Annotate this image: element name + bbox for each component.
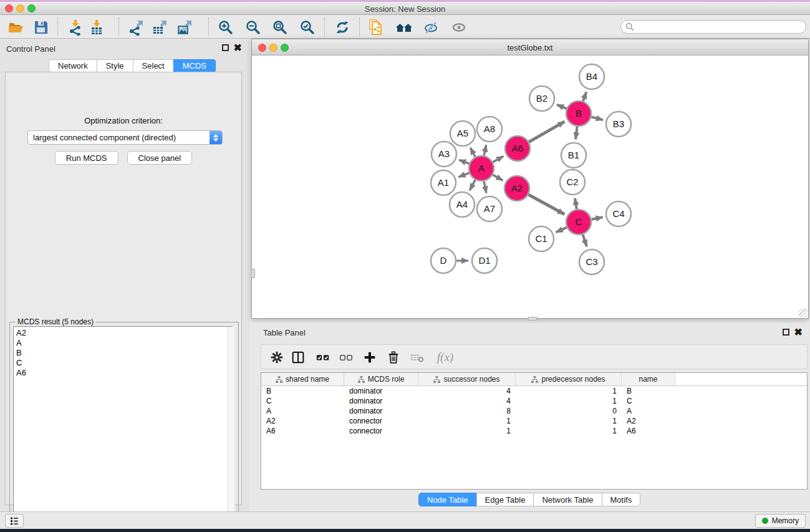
minimize-window-button[interactable] — [16, 4, 24, 12]
table-row[interactable]: Adominator80A — [261, 406, 807, 416]
select-all-button[interactable] — [314, 348, 332, 367]
close-window-button[interactable] — [5, 4, 13, 12]
graph-edge[interactable] — [484, 145, 486, 155]
export-image-button[interactable] — [175, 18, 194, 37]
show-columns-button[interactable] — [289, 348, 307, 367]
graph-node-label: B4 — [586, 71, 597, 82]
tab-network[interactable]: Network — [49, 59, 97, 72]
fx-icon: f(x) — [437, 351, 453, 364]
graph-edge[interactable] — [493, 157, 503, 162]
graph-edge[interactable] — [583, 92, 586, 101]
zoom-selected-button[interactable] — [298, 18, 317, 37]
tab-style[interactable]: Style — [97, 59, 133, 72]
save-session-button[interactable] — [32, 18, 51, 37]
create-column-button[interactable] — [360, 348, 379, 367]
home-button[interactable] — [395, 18, 413, 37]
graph-edge[interactable] — [576, 127, 577, 139]
network-canvas[interactable]: B4B2BB3A5A8A6A3B1AA1C2A2A4A7C4CC1DD1C3 — [253, 56, 808, 318]
graph-edge[interactable] — [583, 235, 587, 246]
hide-detail-button[interactable] — [422, 18, 440, 37]
graph-node-label: A5 — [457, 128, 468, 138]
tab-mcds[interactable]: MCDS — [173, 59, 216, 72]
graph-edge[interactable] — [528, 195, 564, 214]
tab-motifs[interactable]: Motifs — [602, 493, 641, 506]
network-window-titlebar[interactable]: testGlobe.txt — [252, 39, 808, 56]
mcds-result-list[interactable]: A2ABCA6 — [13, 326, 233, 526]
table-toolbar: f(x) — [261, 344, 808, 369]
table-row[interactable]: Bdominator41B — [261, 386, 807, 396]
import-network-button[interactable] — [66, 18, 85, 37]
graph-edge[interactable] — [493, 175, 503, 180]
graph-edge[interactable] — [556, 228, 567, 233]
function-builder-button[interactable]: f(x) — [433, 348, 458, 367]
export-table-button[interactable] — [150, 18, 169, 37]
zoom-out-button[interactable] — [244, 18, 263, 37]
run-mcds-button[interactable]: Run MCDS — [55, 151, 118, 165]
graph-edge[interactable] — [557, 105, 566, 109]
mcds-result-item[interactable]: B — [16, 348, 232, 358]
close-table-panel-icon[interactable]: ✖ — [794, 329, 803, 336]
zoom-fit-button[interactable] — [271, 18, 289, 37]
table-settings-button[interactable] — [268, 348, 286, 367]
search-input[interactable] — [637, 21, 806, 32]
zoom-in-button[interactable] — [216, 18, 235, 37]
optimization-criterion-select[interactable]: largest connected component (directed) — [27, 130, 223, 145]
table-cell: connector — [344, 427, 418, 435]
graph-edge[interactable] — [470, 148, 475, 157]
close-panel-icon[interactable]: ✖ — [234, 44, 242, 51]
memory-button[interactable]: Memory — [755, 514, 806, 528]
table-row[interactable]: A2connector11A2 — [261, 416, 807, 426]
export-network-button[interactable] — [127, 18, 145, 37]
splitter-grip-left[interactable] — [251, 269, 255, 278]
tab-select[interactable]: Select — [133, 59, 174, 72]
open-folder-icon — [8, 19, 24, 36]
deselect-all-button[interactable] — [337, 348, 355, 367]
open-session-button[interactable] — [7, 18, 26, 37]
graph-node-label: B2 — [536, 93, 547, 104]
new-network-from-document-button[interactable] — [367, 18, 385, 37]
table-row[interactable]: A6connector11A6 — [261, 426, 807, 436]
graph-edge[interactable] — [591, 117, 603, 120]
table-panel: Table Panel ✖ — [251, 323, 810, 511]
column-header[interactable]: successor nodes — [418, 373, 516, 385]
splitter-grip-bottom[interactable] — [528, 317, 537, 321]
maximize-window-button[interactable] — [27, 4, 36, 12]
show-detail-button[interactable] — [450, 18, 468, 37]
tab-edge-table[interactable]: Edge Table — [476, 493, 534, 506]
network-graph[interactable]: B4B2BB3A5A8A6A3B1AA1C2A2A4A7C4CC1DD1C3 — [253, 56, 808, 318]
resize-grip-icon[interactable] — [799, 309, 808, 317]
delete-table-button[interactable] — [408, 348, 427, 367]
graph-edge[interactable] — [458, 173, 469, 177]
task-history-button[interactable] — [5, 514, 24, 528]
column-header[interactable]: name — [622, 373, 675, 385]
table-cell: A — [622, 407, 675, 415]
table-row[interactable]: Cdominator41C — [261, 396, 807, 406]
column-header[interactable]: MCDS role — [344, 373, 418, 385]
control-panel-tabs: Network Style Select MCDS — [49, 59, 216, 72]
graph-edge[interactable] — [484, 181, 486, 193]
graph-edge[interactable] — [575, 198, 577, 210]
graph-edge[interactable] — [592, 217, 603, 220]
import-network-icon — [67, 19, 84, 36]
tab-network-table[interactable]: Network Table — [533, 493, 602, 506]
float-table-panel-icon[interactable] — [783, 329, 789, 336]
mcds-result-item[interactable]: A2 — [16, 328, 232, 338]
close-panel-button[interactable]: Close panel — [127, 151, 193, 165]
graph-edge[interactable] — [529, 122, 564, 142]
refresh-button[interactable] — [333, 18, 352, 37]
float-panel-icon[interactable] — [222, 44, 229, 51]
import-table-button[interactable] — [87, 18, 106, 37]
mcds-list-scrollbar[interactable] — [228, 327, 234, 526]
column-header-label: name — [639, 375, 657, 384]
delete-column-button[interactable] — [384, 348, 403, 367]
mcds-result-item[interactable]: A6 — [16, 368, 232, 378]
graph-node-label: A7 — [484, 203, 495, 214]
graph-edge[interactable] — [470, 180, 475, 191]
mcds-result-item[interactable]: C — [16, 358, 232, 368]
tab-node-table[interactable]: Node Table — [418, 493, 477, 506]
node-table: shared nameMCDS rolesuccessor nodesprede… — [261, 372, 808, 490]
mcds-result-item[interactable]: A — [16, 338, 232, 348]
graph-edge[interactable] — [459, 160, 469, 163]
column-header[interactable]: shared name — [261, 373, 344, 385]
column-header[interactable]: predecessor nodes — [516, 373, 622, 385]
